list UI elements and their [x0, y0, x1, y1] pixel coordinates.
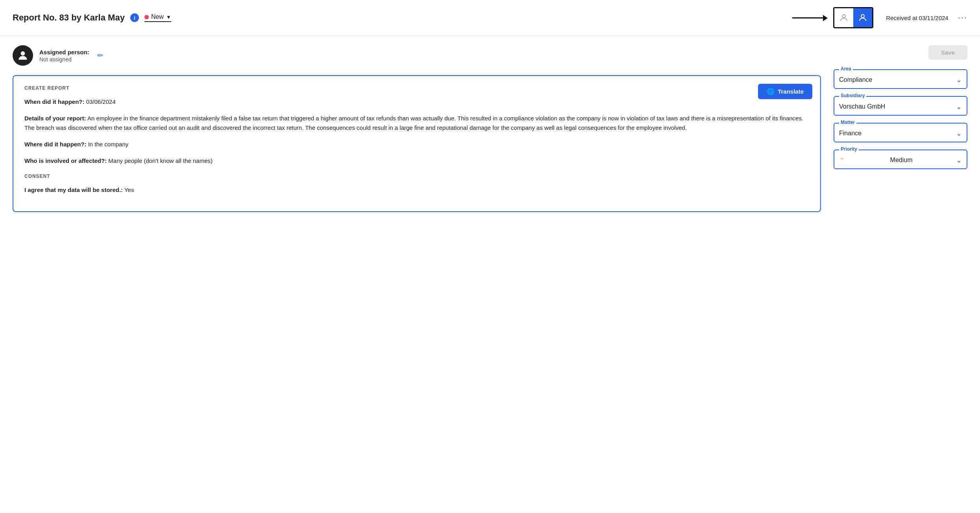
area-value: Compliance	[839, 76, 872, 83]
subsidiary-select-row[interactable]: Vorschau GmbH ⌄	[839, 97, 962, 115]
who-label: Who is involved or affected?:	[24, 157, 107, 164]
area-legend: Area	[839, 66, 853, 72]
status-dropdown[interactable]: New ▼	[144, 13, 171, 22]
area-select-row[interactable]: Compliance ⌄	[839, 70, 962, 88]
report-card: 🌐 Translate CREATE REPORT When did it ha…	[13, 75, 821, 212]
globe-icon: 🌐	[767, 88, 775, 95]
matter-select-row[interactable]: Finance ⌄	[839, 124, 962, 142]
svg-point-2	[21, 51, 25, 55]
consent-field: I agree that my data will be stored.: Ye…	[24, 185, 809, 195]
subsidiary-dropdown[interactable]: Subsidiary Vorschau GmbH ⌄	[834, 96, 967, 116]
arrow-annotation	[792, 17, 824, 18]
priority-value: Medium	[890, 157, 913, 164]
right-panel: Save Area Compliance ⌄ Subsidiary Vorsch…	[834, 45, 967, 169]
header: Report No. 83 by Karla May i New ▼ Recei…	[0, 0, 980, 36]
who-field: Who is involved or affected?: Many peopl…	[24, 156, 809, 166]
priority-legend: Priority	[839, 146, 859, 152]
where-field: Where did it happen?: In the company	[24, 140, 809, 149]
user-icons-group	[833, 7, 873, 28]
arrow-line	[792, 17, 824, 18]
avatar-icon	[17, 49, 29, 62]
status-label: New	[151, 13, 164, 20]
dropdown-group: Area Compliance ⌄ Subsidiary Vorschau Gm…	[834, 69, 967, 169]
create-report-heading: CREATE REPORT	[24, 85, 809, 91]
matter-chevron-icon: ⌄	[956, 129, 962, 138]
consent-section: CONSENT I agree that my data will be sto…	[24, 173, 809, 195]
where-value-text: In the company	[88, 141, 129, 148]
matter-value: Finance	[839, 130, 862, 137]
details-value-text: An employee in the finance department mi…	[24, 115, 803, 131]
assigned-person-row: Assigned person: Not assigned ✏	[13, 45, 821, 66]
avatar	[13, 45, 33, 66]
edit-icon[interactable]: ✏	[97, 51, 103, 60]
priority-select-row[interactable]: ⌃ Medium ⌄	[839, 150, 962, 168]
consent-value-text: Yes	[124, 186, 134, 193]
assigned-value: Not assigned	[39, 56, 89, 63]
area-chevron-icon: ⌄	[956, 76, 962, 84]
svg-point-1	[861, 15, 864, 18]
user-filled-icon	[858, 13, 867, 22]
who-value-text: Many people (don't know all the names)	[108, 157, 213, 164]
where-label: Where did it happen?:	[24, 141, 87, 148]
status-dot	[144, 15, 149, 19]
main-content: Assigned person: Not assigned ✏ 🌐 Transl…	[0, 36, 980, 221]
assigned-user-button[interactable]	[853, 8, 872, 27]
left-panel: Assigned person: Not assigned ✏ 🌐 Transl…	[13, 45, 821, 212]
consent-label: I agree that my data will be stored.:	[24, 186, 123, 193]
when-label: When did it happen?:	[24, 98, 84, 105]
priority-chevron-icon: ⌄	[956, 156, 962, 164]
received-text: Received at 03/11/2024	[886, 15, 948, 21]
when-value-text: 03/06/2024	[86, 98, 116, 105]
subsidiary-value: Vorschau GmbH	[839, 103, 885, 110]
more-options-icon[interactable]: ···	[958, 13, 967, 23]
area-dropdown[interactable]: Area Compliance ⌄	[834, 69, 967, 89]
priority-icon: ⌃	[839, 157, 844, 164]
page-title: Report No. 83 by Karla May	[13, 13, 125, 23]
matter-dropdown[interactable]: Matter Finance ⌄	[834, 123, 967, 142]
subsidiary-chevron-icon: ⌄	[956, 102, 962, 111]
user-outline-icon	[839, 13, 849, 22]
assigned-label: Assigned person:	[39, 49, 89, 55]
status-chevron-icon: ▼	[166, 14, 171, 20]
info-icon[interactable]: i	[130, 13, 139, 22]
svg-point-0	[842, 15, 845, 18]
details-field: Details of your report: An employee in t…	[24, 114, 809, 133]
when-field: When did it happen?: 03/06/2024	[24, 97, 809, 107]
save-btn-wrapper: Save	[834, 45, 967, 60]
save-button[interactable]: Save	[928, 45, 967, 60]
translate-button[interactable]: 🌐 Translate	[758, 84, 812, 99]
consent-heading: CONSENT	[24, 173, 809, 179]
unassigned-user-button[interactable]	[834, 8, 853, 27]
assigned-info: Assigned person: Not assigned	[39, 49, 89, 63]
translate-label: Translate	[778, 88, 804, 95]
details-label: Details of your report:	[24, 115, 86, 122]
subsidiary-legend: Subsidiary	[839, 93, 866, 98]
matter-legend: Matter	[839, 120, 856, 125]
priority-dropdown[interactable]: Priority ⌃ Medium ⌄	[834, 149, 967, 169]
